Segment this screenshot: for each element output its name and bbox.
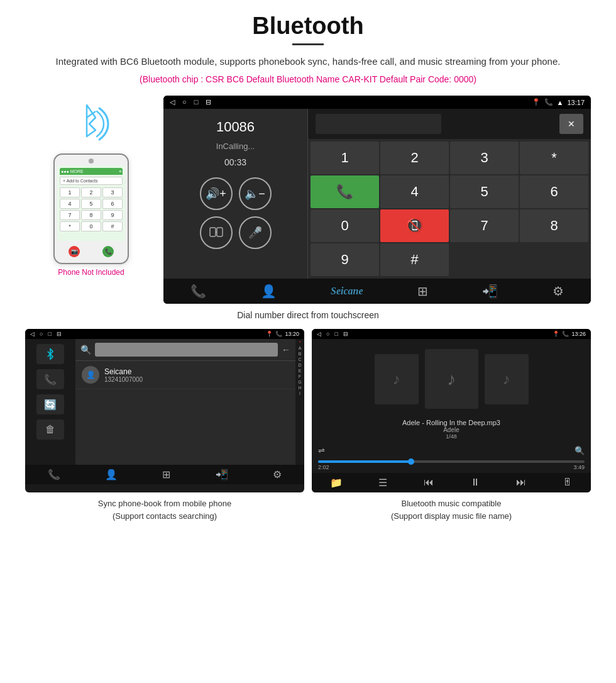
call-status: InCalling... xyxy=(216,142,255,151)
pb-time: 13:20 xyxy=(285,331,299,337)
phone-key-8: 8 xyxy=(81,210,101,220)
pb-alpha-e[interactable]: E xyxy=(299,369,302,373)
car-contact-icon[interactable]: 👤 xyxy=(261,284,277,299)
pb-bottom-settings[interactable]: ⚙ xyxy=(273,469,282,480)
dial-7[interactable]: 7 xyxy=(450,209,519,242)
dial-star[interactable]: * xyxy=(520,142,588,174)
music-search-icon[interactable]: 🔍 xyxy=(575,446,585,455)
dial-0[interactable]: 0 xyxy=(311,209,379,242)
music-progress-area: 2:02 3:49 xyxy=(312,458,591,473)
pb-search-input[interactable] xyxy=(95,343,278,357)
car-screen: ◁ ○ □ ⊟ 📍 📞 ▲ 13:17 xyxy=(163,96,591,304)
music-item: ◁ ○ □ ⊟ 📍 📞 13:26 ♪ ♪ ♪ xyxy=(312,329,591,522)
dial-6[interactable]: 6 xyxy=(520,175,588,208)
phone-key-hash: # xyxy=(102,221,123,231)
phone-key-1: 1 xyxy=(60,187,80,197)
wifi-icon: ▲ xyxy=(557,99,564,106)
car-status-right: 📍 📞 ▲ 13:17 xyxy=(532,98,585,106)
dial-9[interactable]: 9 xyxy=(311,243,379,276)
pb-alpha-d[interactable]: D xyxy=(298,363,301,367)
pb-call-icon[interactable]: 📞 xyxy=(36,369,64,389)
dial-3[interactable]: 3 xyxy=(450,142,519,174)
pb-alpha-f[interactable]: F xyxy=(299,374,301,379)
car-phone-icon[interactable]: 📞 xyxy=(190,284,206,299)
music-location: 📍 xyxy=(553,331,559,337)
dial-5[interactable]: 5 xyxy=(450,175,519,208)
dial-end-btn[interactable]: 📵 xyxy=(380,209,449,242)
music-time: 13:26 xyxy=(571,331,586,337)
specs-line: (Bluetooth chip : CSR BC6 Default Blueto… xyxy=(25,74,591,84)
phone-key-5: 5 xyxy=(81,199,101,209)
pb-alpha-g[interactable]: G xyxy=(298,380,301,384)
pb-alpha-star[interactable]: * xyxy=(299,340,301,345)
pb-bt-icon[interactable] xyxy=(36,344,64,364)
page-title: Bluetooth xyxy=(25,13,591,40)
pb-bottom-transfer[interactable]: 📲 xyxy=(216,469,228,480)
pb-alpha-b[interactable]: B xyxy=(299,352,302,356)
pb-alpha-c[interactable]: C xyxy=(298,357,301,362)
dialpad-clear-btn[interactable]: ✕ xyxy=(559,114,583,134)
dial-4[interactable]: 4 xyxy=(380,175,449,208)
car-screen-area: ◁ ○ □ ⊟ 📍 📞 ▲ 13:17 xyxy=(163,96,591,304)
playlist-icon[interactable]: ☰ xyxy=(378,477,387,489)
dial-call-btn[interactable]: 📞 xyxy=(311,175,379,208)
top-section: ●●● MORE ≡ + Add to Contacts 1 2 3 4 5 6… xyxy=(25,96,591,304)
pb-bottom-phone[interactable]: 📞 xyxy=(48,469,60,480)
pb-contact-row[interactable]: 👤 Seicane 13241007000 xyxy=(75,361,295,389)
pb-status-left: ◁ ○ □ ⊟ xyxy=(30,331,62,337)
dial-hash[interactable]: # xyxy=(380,243,449,276)
dial-8[interactable]: 8 xyxy=(520,209,588,242)
pb-location: 📍 xyxy=(266,331,273,337)
pb-bottom-grid[interactable]: ⊞ xyxy=(162,469,170,480)
volume-up-btn[interactable]: 🔊+ xyxy=(200,177,233,210)
time-display: 13:17 xyxy=(567,99,585,106)
subtitle: Integrated with BC6 Bluetooth module, su… xyxy=(25,54,591,69)
progress-bar[interactable] xyxy=(318,460,585,463)
seicane-logo: Seicane xyxy=(331,286,363,297)
pb-bottom-contact[interactable]: 👤 xyxy=(105,469,118,480)
car-dialpad-icon[interactable]: ⊞ xyxy=(417,284,428,299)
folder-icon[interactable]: 📁 xyxy=(330,477,343,489)
phone-not-included-label: Phone Not Included xyxy=(58,268,124,277)
phone-key-6: 6 xyxy=(102,199,123,209)
call-number: 10086 xyxy=(216,119,255,135)
add-contacts-bar: + Add to Contacts xyxy=(60,177,123,185)
pb-sync-icon[interactable]: 🔄 xyxy=(36,394,64,414)
prev-icon[interactable]: ⏮ xyxy=(424,477,434,489)
dial-1[interactable]: 1 xyxy=(311,142,379,174)
car-transfer-icon[interactable]: 📲 xyxy=(482,284,498,299)
phone-area: ●●● MORE ≡ + Add to Contacts 1 2 3 4 5 6… xyxy=(25,96,157,277)
bluetooth-signal-icon xyxy=(69,96,113,146)
shuffle-icon[interactable]: ⇌ xyxy=(318,446,325,455)
phone-status: ●●● MORE xyxy=(61,169,84,174)
progress-dot xyxy=(408,458,414,465)
pb-alpha-h[interactable]: H xyxy=(298,386,301,390)
phone-call-btn: 📞 xyxy=(102,246,114,257)
pb-alpha-i[interactable]: I xyxy=(299,391,300,396)
pb-back-arrow[interactable]: ← xyxy=(282,345,290,355)
next-icon[interactable]: ⏭ xyxy=(516,477,526,489)
phone-screen-header: ●●● MORE ≡ xyxy=(60,168,123,175)
music-nav-menu: ⊟ xyxy=(343,331,348,337)
nav-menu-icon: ⊟ xyxy=(206,98,211,106)
phone-dialpad: 1 2 3 4 5 6 7 8 9 * 0 # xyxy=(60,187,123,231)
pb-alpha-a[interactable]: A xyxy=(299,346,302,350)
car-settings-icon[interactable]: ⚙ xyxy=(553,284,564,299)
pb-status-right: 📍 📞 13:20 xyxy=(266,331,299,337)
bluetooth-icon-wrap xyxy=(69,96,113,148)
dial-2[interactable]: 2 xyxy=(380,142,449,174)
phone-key-7: 7 xyxy=(60,210,80,220)
play-pause-icon[interactable]: ⏸ xyxy=(470,477,480,489)
page-wrapper: Bluetooth Integrated with BC6 Bluetooth … xyxy=(0,0,616,541)
pb-nav-back: ◁ xyxy=(30,331,35,337)
phone-key-0: 0 xyxy=(81,221,101,231)
phone-camera xyxy=(89,158,94,164)
transfer-btn[interactable] xyxy=(200,216,233,249)
equalizer-icon[interactable]: 🎚 xyxy=(563,477,573,489)
music-info: Adele - Rolling In the Deep.mp3 Adele 1/… xyxy=(312,415,591,443)
pb-delete-icon[interactable]: 🗑 xyxy=(36,419,64,440)
volume-down-btn[interactable]: 🔈− xyxy=(239,177,272,210)
pb-contact-name: Seicane xyxy=(104,367,289,376)
pb-nav-circle: ○ xyxy=(40,331,43,337)
mute-btn[interactable]: 🎤 xyxy=(239,216,272,249)
